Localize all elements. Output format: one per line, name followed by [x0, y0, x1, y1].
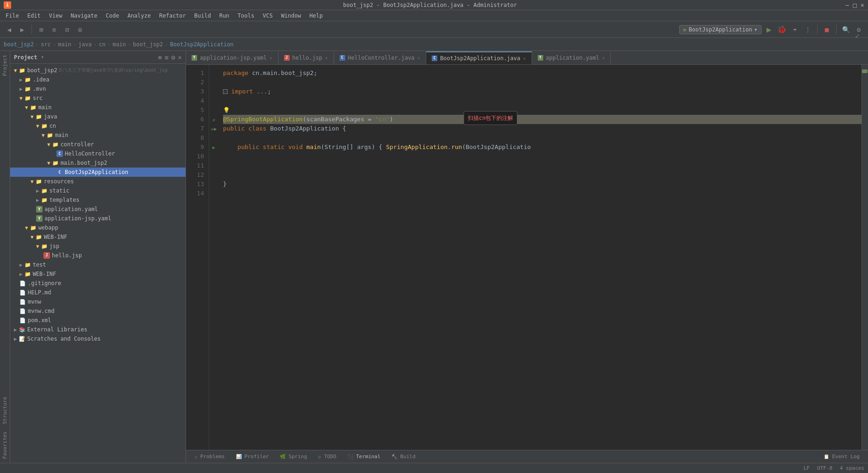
side-label-structure[interactable]: Structure: [0, 393, 10, 428]
run-config-dropdown[interactable]: ▶ BootJsp2Application ▾: [679, 25, 762, 34]
tree-item-app-yaml[interactable]: Y application.yaml: [10, 205, 186, 214]
breadcrumb-cn[interactable]: cn: [99, 41, 105, 48]
side-label-favorites[interactable]: Favorites: [0, 428, 10, 463]
expand-button[interactable]: ⊟: [62, 24, 73, 35]
tree-item-gitignore[interactable]: 📄 .gitignore: [10, 279, 186, 288]
breadcrumb-java[interactable]: java: [78, 41, 92, 48]
tree-item-help[interactable]: 📄 HELP.md: [10, 288, 186, 297]
tree-item-hello-jsp[interactable]: J hello.jsp: [10, 251, 186, 260]
tab-profiler[interactable]: 📊 Profiler: [231, 453, 274, 461]
tab-app-yaml[interactable]: Y application.yaml ×: [532, 51, 611, 64]
tree-item-idea[interactable]: ▶ 📁 .idea: [10, 75, 186, 84]
menu-window[interactable]: Window: [277, 12, 304, 20]
tree-item-pom[interactable]: 📄 pom.xml: [10, 316, 186, 325]
tree-item-webapp[interactable]: ▼ 📁 webapp: [10, 223, 186, 232]
tree-item-app-jsp-yaml[interactable]: Y application-jsp.yaml: [10, 214, 186, 223]
tab-app-jsp-yaml[interactable]: Y application-jsp.yaml ×: [186, 51, 279, 64]
status-indent[interactable]: 4 spaces: [840, 465, 864, 471]
breadcrumb-class[interactable]: BootJsp2Application: [170, 41, 234, 48]
search-everywhere-button[interactable]: 🔍: [840, 24, 851, 35]
tree-item-hello-controller[interactable]: C HelloController: [10, 149, 186, 158]
tab-close-1[interactable]: ×: [270, 56, 273, 61]
forward-button[interactable]: ▶: [17, 24, 28, 35]
tree-item-webinf[interactable]: ▼ 📁 WEB-INF: [10, 232, 186, 242]
menu-tools[interactable]: Tools: [234, 12, 258, 20]
debug-button[interactable]: 🐞: [776, 24, 787, 35]
status-lf[interactable]: LF: [804, 465, 810, 471]
gutter-7[interactable]: ↺▶: [209, 124, 218, 133]
tab-todo[interactable]: ☑ TODO: [314, 453, 341, 461]
tree-item-test[interactable]: ▶ 📁 test: [10, 260, 186, 269]
menu-file[interactable]: File: [2, 12, 23, 20]
project-panel-dropdown-icon[interactable]: ▾: [41, 54, 44, 60]
menu-analyze[interactable]: Analyze: [124, 12, 155, 20]
gutter-6[interactable]: ↺: [209, 115, 218, 124]
menu-build[interactable]: Build: [191, 12, 215, 20]
menu-edit[interactable]: Edit: [24, 12, 44, 20]
panel-close-icon[interactable]: ×: [178, 54, 182, 61]
panel-settings-icon[interactable]: ⚙: [171, 54, 175, 61]
tab-build[interactable]: 🔨 Build: [387, 453, 420, 461]
tree-item-resources[interactable]: ▼ 📁 resources: [10, 177, 186, 186]
tree-item-java[interactable]: ▼ 📁 java: [10, 112, 186, 121]
tree-item-main-boot[interactable]: ▼ 📁 main.boot_jsp2: [10, 158, 186, 168]
tree-item-ext-libs[interactable]: ▶ 📚 External Libraries: [10, 325, 186, 334]
minimize-button[interactable]: −: [845, 1, 849, 9]
breadcrumb-src[interactable]: src: [41, 41, 51, 48]
menu-navigate[interactable]: Navigate: [67, 12, 101, 20]
gutter-9[interactable]: ▶: [209, 143, 218, 152]
tab-close-3[interactable]: ×: [417, 56, 420, 61]
close-button[interactable]: ×: [861, 1, 864, 9]
status-encoding[interactable]: UTF-8: [817, 465, 832, 471]
tree-item-root-webinf[interactable]: ▶ 📁 WEB-INF: [10, 269, 186, 279]
tab-hello-controller[interactable]: C HelloController.java ×: [334, 51, 427, 64]
collapse-import-icon[interactable]: −: [223, 89, 228, 94]
run-with-coverage-button[interactable]: ☂: [789, 24, 800, 35]
event-log-btn[interactable]: 📋 Event Log: [819, 453, 864, 461]
tab-close-4[interactable]: ×: [523, 56, 526, 61]
menu-refactor[interactable]: Refactor: [155, 12, 190, 20]
menu-code[interactable]: Code: [102, 12, 123, 20]
tree-item-root[interactable]: ▼ 📁 boot_jsp2 D:\大三下学期java学习\实训\spring\b…: [10, 66, 186, 75]
menu-help[interactable]: Help: [306, 12, 327, 20]
settings-button[interactable]: ⚙: [74, 24, 86, 35]
menu-run[interactable]: Run: [216, 12, 233, 20]
collapse-all-button[interactable]: ≡: [49, 24, 60, 35]
breadcrumb-main[interactable]: main: [58, 41, 71, 48]
panel-collapse-icon[interactable]: ≡: [165, 54, 168, 61]
back-button[interactable]: ◀: [4, 24, 15, 35]
code-content[interactable]: package cn.main.boot_jsp2; − import ...;…: [218, 65, 862, 450]
run-button[interactable]: ▶: [763, 24, 775, 35]
tab-spring[interactable]: 🌿 Spring: [275, 453, 311, 461]
tree-item-mvnw-cmd[interactable]: 📄 mvnw.cmd: [10, 306, 186, 316]
tree-item-boot-app[interactable]: C BootJsp2Application: [10, 168, 186, 177]
breadcrumb-package[interactable]: boot_jsp2: [133, 41, 163, 48]
breadcrumb-main2[interactable]: main: [112, 41, 126, 48]
tree-item-templates[interactable]: ▶ 📁 templates: [10, 195, 186, 205]
tree-item-scratches[interactable]: ▶ 📝 Scratches and Consoles: [10, 334, 186, 343]
tree-item-main[interactable]: ▼ 📁 main: [10, 103, 186, 112]
tab-close-2[interactable]: ×: [325, 56, 328, 61]
tree-item-controller[interactable]: ▼ 📁 controller: [10, 140, 186, 149]
tab-hello-jsp[interactable]: J hello.jsp ×: [279, 51, 334, 64]
tree-item-mvnw[interactable]: 📄 mvnw: [10, 297, 186, 306]
window-controls[interactable]: − □ ×: [845, 1, 864, 9]
tab-boot-app[interactable]: C BootJsp2Application.java ×: [426, 51, 532, 64]
tab-terminal[interactable]: ⬛ Terminal: [343, 453, 385, 461]
tree-item-mvn[interactable]: ▶ 📁 .mvn: [10, 84, 186, 93]
tree-item-static[interactable]: ▶ 📁 static: [10, 186, 186, 195]
tab-problems[interactable]: ⚠ Problems: [190, 453, 229, 461]
panel-locate-icon[interactable]: ⊕: [158, 54, 161, 61]
tree-item-cn[interactable]: ▼ 📁 cn: [10, 121, 186, 131]
bulb-icon[interactable]: 💡: [223, 106, 230, 115]
menu-vcs[interactable]: VCS: [259, 12, 277, 20]
tree-item-cn-main[interactable]: ▼ 📁 main: [10, 131, 186, 140]
right-scrollbar[interactable]: [862, 65, 868, 450]
side-label-project[interactable]: Project: [0, 51, 10, 80]
tree-item-jsp[interactable]: ▼ 📁 jsp: [10, 242, 186, 251]
more-run-button[interactable]: ⋮: [802, 24, 813, 35]
menu-view[interactable]: View: [45, 12, 66, 20]
tab-close-5[interactable]: ×: [602, 56, 605, 61]
maximize-button[interactable]: □: [853, 1, 856, 9]
tree-item-src[interactable]: ▼ 📁 src: [10, 93, 186, 103]
